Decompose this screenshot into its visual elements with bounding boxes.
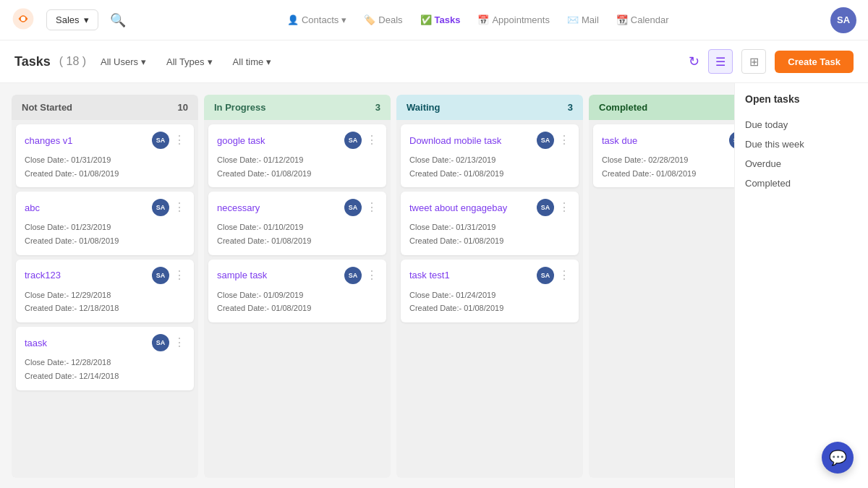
task-menu-button[interactable]: ⋮ [174, 202, 185, 213]
task-card: abc SA ⋮ Close Date:- 01/23/2019 Created… [16, 192, 194, 254]
task-name[interactable]: tweet about engagebay [409, 202, 507, 213]
task-menu-button[interactable]: ⋮ [174, 270, 185, 281]
task-created-date: Created Date:- 01/08/2019 [602, 167, 734, 181]
tasks-icon: ✅ [420, 14, 432, 25]
task-name[interactable]: sample task [217, 270, 267, 281]
column-title: Completed [599, 102, 647, 113]
right-panel-item[interactable]: Completed [745, 174, 858, 193]
avatar: SA [537, 267, 554, 284]
task-card-header: Download mobile task SA ⋮ [409, 132, 570, 149]
right-panel-title: Open tasks [745, 93, 858, 105]
task-name[interactable]: necessary [217, 202, 260, 213]
user-avatar[interactable]: SA [830, 7, 856, 33]
task-name[interactable]: abc [25, 202, 40, 213]
sales-dropdown[interactable]: Sales ▾ [46, 9, 98, 30]
task-close-date: Close Date:- 02/28/2019 [602, 153, 734, 167]
task-card: sample task SA ⋮ Close Date:- 01/09/2019… [208, 260, 386, 322]
column-header-in-progress: In Progress3 [204, 95, 391, 120]
avatar: SA [344, 267, 362, 284]
sales-label: Sales [56, 14, 80, 25]
task-card: google task SA ⋮ Close Date:- 01/12/2019… [208, 124, 386, 187]
top-navigation: Sales ▾ 🔍 👤 Contacts ▾ 🏷️ Deals ✅ Tasks … [0, 0, 868, 40]
deals-icon: 🏷️ [364, 14, 375, 25]
task-close-date: Close Date:- 12/28/2018 [25, 356, 185, 369]
task-name[interactable]: track123 [25, 270, 61, 281]
grid-view-button[interactable]: ⊞ [741, 49, 766, 74]
column-body-in-progress: google task SA ⋮ Close Date:- 01/12/2019… [204, 120, 391, 478]
task-close-date: Close Date:- 02/13/2019 [409, 153, 570, 167]
chevron-down-icon: ▾ [208, 56, 213, 67]
chat-button[interactable]: 💬 [822, 442, 854, 474]
right-panel: Open tasks Due todayDue this weekOverdue… [734, 83, 868, 488]
column-in-progress: In Progress3 google task SA ⋮ Close Date… [204, 95, 391, 478]
task-menu-button[interactable]: ⋮ [174, 134, 185, 146]
nav-links: 👤 Contacts ▾ 🏷️ Deals ✅ Tasks 📅 Appointm… [137, 14, 819, 25]
logo[interactable] [12, 7, 35, 33]
avatar: SA [537, 199, 554, 216]
task-name[interactable]: changes v1 [25, 135, 73, 146]
column-title: Not Started [22, 102, 72, 113]
column-title: Waiting [407, 102, 440, 113]
task-close-date: Close Date:- 01/12/2019 [217, 153, 378, 167]
task-created-date: Created Date:- 01/08/2019 [25, 234, 185, 248]
task-count: ( 18 ) [59, 55, 86, 68]
nav-mail[interactable]: ✉️ Mail [567, 14, 599, 25]
task-card: taask SA ⋮ Close Date:- 12/28/2018 Creat… [16, 327, 194, 390]
task-name[interactable]: google task [217, 135, 265, 146]
task-name[interactable]: task test1 [409, 270, 450, 281]
task-created-date: Created Date:- 01/08/2019 [409, 167, 570, 181]
nav-deals[interactable]: 🏷️ Deals [364, 14, 402, 25]
avatar: SA [344, 132, 362, 149]
svg-point-1 [21, 17, 25, 21]
avatar: SA [152, 267, 169, 284]
avatar: SA [152, 132, 169, 149]
nav-contacts[interactable]: 👤 Contacts ▾ [287, 14, 346, 25]
task-menu-button[interactable]: ⋮ [558, 270, 570, 281]
task-card-header: task due SA ⋮ [602, 132, 734, 149]
task-menu-button[interactable]: ⋮ [366, 134, 378, 146]
filter-all-users[interactable]: All Users ▾ [95, 53, 152, 70]
main-content: Not Started10 changes v1 SA ⋮ Close Date… [0, 83, 868, 488]
column-body-waiting: Download mobile task SA ⋮ Close Date:- 0… [396, 120, 583, 478]
avatar: SA [344, 199, 362, 216]
task-card: track123 SA ⋮ Close Date:- 12/29/2018 Cr… [16, 260, 194, 322]
filter-all-time[interactable]: All time ▾ [227, 53, 278, 70]
tasks-header: Tasks ( 18 ) All Users ▾ All Types ▾ All… [0, 40, 868, 83]
column-title: In Progress [214, 102, 266, 113]
task-menu-button[interactable]: ⋮ [174, 337, 185, 348]
task-menu-button[interactable]: ⋮ [558, 134, 570, 146]
task-close-date: Close Date:- 01/23/2019 [25, 221, 185, 234]
task-card: Download mobile task SA ⋮ Close Date:- 0… [401, 124, 579, 187]
chevron-down-icon: ▾ [84, 14, 89, 25]
task-close-date: Close Date:- 01/24/2019 [409, 288, 570, 302]
task-created-date: Created Date:- 01/08/2019 [217, 234, 378, 248]
right-panel-item[interactable]: Due this week [745, 134, 858, 154]
task-close-date: Close Date:- 01/31/2019 [409, 221, 570, 234]
refresh-button[interactable]: ↻ [689, 53, 699, 69]
task-card-header: taask SA ⋮ [25, 334, 185, 351]
filter-all-types[interactable]: All Types ▾ [161, 53, 218, 70]
task-name[interactable]: taask [25, 338, 47, 348]
column-waiting: Waiting3 Download mobile task SA ⋮ Close… [396, 95, 583, 478]
nav-calendar[interactable]: 📆 Calendar [616, 14, 669, 25]
list-view-button[interactable]: ☰ [708, 49, 733, 74]
create-task-button[interactable]: Create Task [775, 51, 854, 73]
task-menu-button[interactable]: ⋮ [366, 202, 378, 213]
avatar: SA [152, 334, 169, 351]
search-button[interactable]: 🔍 [110, 12, 126, 28]
task-name[interactable]: task due [602, 135, 637, 146]
task-card: task due SA ⋮ Close Date:- 02/28/2019 Cr… [593, 124, 734, 187]
task-close-date: Close Date:- 01/31/2019 [25, 153, 185, 167]
task-card-header: necessary SA ⋮ [217, 199, 378, 216]
task-menu-button[interactable]: ⋮ [558, 202, 570, 213]
avatar: SA [152, 199, 169, 216]
task-menu-button[interactable]: ⋮ [366, 270, 378, 281]
task-card-header: google task SA ⋮ [217, 132, 378, 149]
nav-appointments[interactable]: 📅 Appointments [477, 14, 550, 25]
task-close-date: Close Date:- 01/09/2019 [217, 288, 378, 302]
nav-tasks[interactable]: ✅ Tasks [420, 14, 461, 25]
avatar: SA [729, 132, 734, 149]
right-panel-item[interactable]: Due today [745, 115, 858, 134]
task-name[interactable]: Download mobile task [409, 135, 501, 146]
right-panel-item[interactable]: Overdue [745, 154, 858, 174]
